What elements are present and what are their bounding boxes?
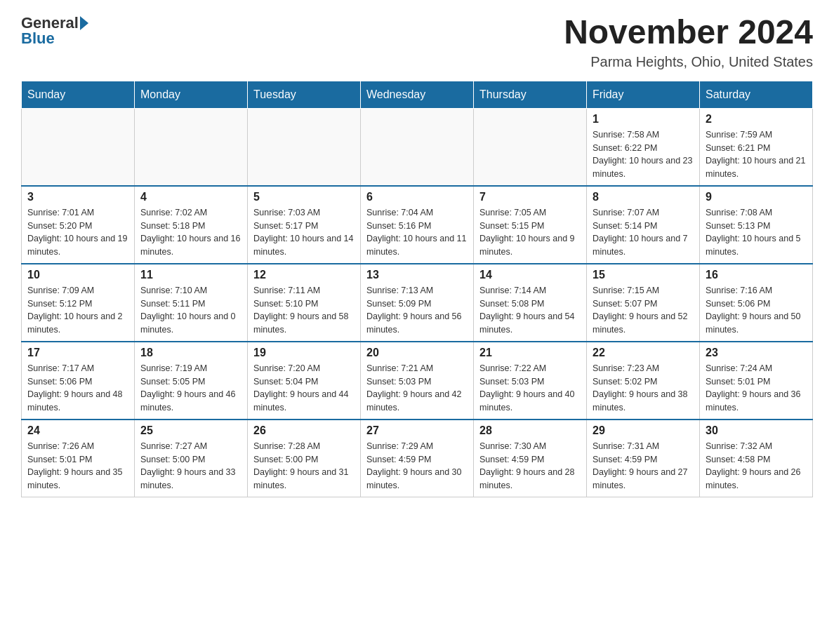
day-info: Sunrise: 7:19 AMSunset: 5:05 PMDaylight:… [140, 362, 241, 415]
page-title: November 2024 [564, 14, 813, 51]
day-info: Sunrise: 7:16 AMSunset: 5:06 PMDaylight:… [706, 284, 807, 337]
calendar-cell: 16Sunrise: 7:16 AMSunset: 5:06 PMDayligh… [700, 264, 813, 342]
day-number: 9 [706, 191, 807, 203]
calendar-week-row-4: 17Sunrise: 7:17 AMSunset: 5:06 PMDayligh… [22, 342, 813, 420]
calendar-cell: 19Sunrise: 7:20 AMSunset: 5:04 PMDayligh… [248, 342, 361, 420]
day-number: 25 [140, 424, 241, 437]
day-number: 11 [140, 269, 241, 281]
calendar-cell: 3Sunrise: 7:01 AMSunset: 5:20 PMDaylight… [22, 186, 135, 264]
calendar-cell [248, 108, 361, 186]
calendar-cell [474, 108, 587, 186]
day-info: Sunrise: 7:28 AMSunset: 5:00 PMDaylight:… [253, 440, 355, 492]
calendar-cell: 12Sunrise: 7:11 AMSunset: 5:10 PMDayligh… [248, 264, 361, 342]
calendar-cell: 25Sunrise: 7:27 AMSunset: 5:00 PMDayligh… [135, 420, 248, 497]
day-info: Sunrise: 7:32 AMSunset: 4:58 PMDaylight:… [706, 440, 807, 492]
day-number: 17 [27, 347, 128, 359]
calendar-cell: 23Sunrise: 7:24 AMSunset: 5:01 PMDayligh… [700, 342, 813, 420]
calendar-cell: 8Sunrise: 7:07 AMSunset: 5:14 PMDaylight… [587, 186, 700, 264]
logo-blue: Blue [21, 29, 55, 48]
day-info: Sunrise: 7:24 AMSunset: 5:01 PMDaylight:… [706, 362, 807, 415]
calendar-week-row-5: 24Sunrise: 7:26 AMSunset: 5:01 PMDayligh… [22, 420, 813, 497]
day-info: Sunrise: 7:20 AMSunset: 5:04 PMDaylight:… [253, 362, 355, 415]
day-number: 6 [366, 191, 468, 203]
calendar-cell [135, 108, 248, 186]
day-number: 15 [593, 269, 694, 281]
calendar-header-wednesday: Wednesday [361, 81, 474, 108]
day-info: Sunrise: 7:10 AMSunset: 5:11 PMDaylight:… [140, 284, 241, 337]
day-info: Sunrise: 7:17 AMSunset: 5:06 PMDaylight:… [27, 362, 128, 415]
day-number: 23 [706, 347, 807, 359]
day-info: Sunrise: 7:01 AMSunset: 5:20 PMDaylight:… [27, 206, 128, 259]
calendar-cell: 18Sunrise: 7:19 AMSunset: 5:05 PMDayligh… [135, 342, 248, 420]
calendar-cell: 5Sunrise: 7:03 AMSunset: 5:17 PMDaylight… [248, 186, 361, 264]
title-block: November 2024 Parma Heights, Ohio, Unite… [564, 14, 813, 70]
day-number: 27 [366, 424, 468, 437]
calendar-cell: 9Sunrise: 7:08 AMSunset: 5:13 PMDaylight… [700, 186, 813, 264]
calendar-header-monday: Monday [135, 81, 248, 108]
day-info: Sunrise: 7:13 AMSunset: 5:09 PMDaylight:… [366, 284, 468, 337]
calendar-cell: 15Sunrise: 7:15 AMSunset: 5:07 PMDayligh… [587, 264, 700, 342]
calendar-cell: 10Sunrise: 7:09 AMSunset: 5:12 PMDayligh… [22, 264, 135, 342]
day-number: 5 [253, 191, 355, 203]
day-info: Sunrise: 7:22 AMSunset: 5:03 PMDaylight:… [479, 362, 581, 415]
calendar-week-row-1: 1Sunrise: 7:58 AMSunset: 6:22 PMDaylight… [22, 108, 813, 186]
day-number: 28 [479, 424, 581, 437]
day-number: 13 [366, 269, 468, 281]
calendar-cell: 13Sunrise: 7:13 AMSunset: 5:09 PMDayligh… [361, 264, 474, 342]
day-info: Sunrise: 7:59 AMSunset: 6:21 PMDaylight:… [706, 128, 807, 181]
calendar-cell: 2Sunrise: 7:59 AMSunset: 6:21 PMDaylight… [700, 108, 813, 186]
day-info: Sunrise: 7:03 AMSunset: 5:17 PMDaylight:… [253, 206, 355, 259]
calendar-header-tuesday: Tuesday [248, 81, 361, 108]
day-number: 3 [27, 191, 128, 203]
calendar-header-sunday: Sunday [22, 81, 135, 108]
day-info: Sunrise: 7:29 AMSunset: 4:59 PMDaylight:… [366, 440, 468, 492]
day-info: Sunrise: 7:15 AMSunset: 5:07 PMDaylight:… [593, 284, 694, 337]
calendar-cell: 17Sunrise: 7:17 AMSunset: 5:06 PMDayligh… [22, 342, 135, 420]
day-info: Sunrise: 7:07 AMSunset: 5:14 PMDaylight:… [593, 206, 694, 259]
calendar-cell: 20Sunrise: 7:21 AMSunset: 5:03 PMDayligh… [361, 342, 474, 420]
calendar-cell: 24Sunrise: 7:26 AMSunset: 5:01 PMDayligh… [22, 420, 135, 497]
day-number: 1 [593, 113, 694, 126]
day-number: 2 [706, 113, 807, 126]
subtitle: Parma Heights, Ohio, United States [564, 54, 813, 70]
calendar-cell: 4Sunrise: 7:02 AMSunset: 5:18 PMDaylight… [135, 186, 248, 264]
day-number: 18 [140, 347, 241, 359]
calendar-cell: 30Sunrise: 7:32 AMSunset: 4:58 PMDayligh… [700, 420, 813, 497]
calendar-cell: 6Sunrise: 7:04 AMSunset: 5:16 PMDaylight… [361, 186, 474, 264]
calendar-cell: 1Sunrise: 7:58 AMSunset: 6:22 PMDaylight… [587, 108, 700, 186]
day-info: Sunrise: 7:58 AMSunset: 6:22 PMDaylight:… [593, 128, 694, 181]
day-info: Sunrise: 7:09 AMSunset: 5:12 PMDaylight:… [27, 284, 128, 337]
day-info: Sunrise: 7:23 AMSunset: 5:02 PMDaylight:… [593, 362, 694, 415]
page-header: General Blue November 2024 Parma Heights… [21, 14, 813, 70]
calendar-cell: 27Sunrise: 7:29 AMSunset: 4:59 PMDayligh… [361, 420, 474, 497]
calendar-cell: 14Sunrise: 7:14 AMSunset: 5:08 PMDayligh… [474, 264, 587, 342]
calendar-cell [22, 108, 135, 186]
calendar-cell [361, 108, 474, 186]
calendar-header-row: SundayMondayTuesdayWednesdayThursdayFrid… [22, 81, 813, 108]
day-info: Sunrise: 7:02 AMSunset: 5:18 PMDaylight:… [140, 206, 241, 259]
day-info: Sunrise: 7:31 AMSunset: 4:59 PMDaylight:… [593, 440, 694, 492]
day-number: 22 [593, 347, 694, 359]
day-number: 30 [706, 424, 807, 437]
day-number: 24 [27, 424, 128, 437]
day-info: Sunrise: 7:08 AMSunset: 5:13 PMDaylight:… [706, 206, 807, 259]
day-info: Sunrise: 7:26 AMSunset: 5:01 PMDaylight:… [27, 440, 128, 492]
calendar-cell: 21Sunrise: 7:22 AMSunset: 5:03 PMDayligh… [474, 342, 587, 420]
day-info: Sunrise: 7:21 AMSunset: 5:03 PMDaylight:… [366, 362, 468, 415]
day-number: 8 [593, 191, 694, 203]
calendar-week-row-2: 3Sunrise: 7:01 AMSunset: 5:20 PMDaylight… [22, 186, 813, 264]
day-number: 4 [140, 191, 241, 203]
day-info: Sunrise: 7:27 AMSunset: 5:00 PMDaylight:… [140, 440, 241, 492]
day-number: 26 [253, 424, 355, 437]
logo-triangle-icon [80, 16, 88, 30]
day-info: Sunrise: 7:11 AMSunset: 5:10 PMDaylight:… [253, 284, 355, 337]
calendar-table: SundayMondayTuesdayWednesdayThursdayFrid… [21, 81, 813, 497]
logo: General Blue [21, 14, 88, 48]
calendar-cell: 29Sunrise: 7:31 AMSunset: 4:59 PMDayligh… [587, 420, 700, 497]
calendar-cell: 7Sunrise: 7:05 AMSunset: 5:15 PMDaylight… [474, 186, 587, 264]
calendar-header-friday: Friday [587, 81, 700, 108]
calendar-cell: 11Sunrise: 7:10 AMSunset: 5:11 PMDayligh… [135, 264, 248, 342]
day-number: 16 [706, 269, 807, 281]
day-info: Sunrise: 7:14 AMSunset: 5:08 PMDaylight:… [479, 284, 581, 337]
day-number: 10 [27, 269, 128, 281]
